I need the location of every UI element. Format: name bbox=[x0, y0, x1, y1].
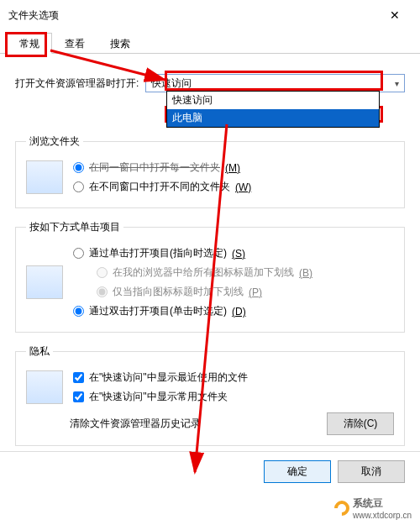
titlebar: 文件夹选项 ✕ bbox=[0, 0, 420, 30]
radio-same-window-key: (M) bbox=[225, 162, 240, 174]
check-recent-files[interactable]: 在"快速访问"中显示最近使用的文件 bbox=[73, 370, 248, 385]
radio-underline-hover-key: (P) bbox=[249, 286, 262, 298]
window-icon bbox=[26, 160, 63, 194]
radio-diff-window[interactable]: 在不同窗口中打开不同的文件夹(W) bbox=[73, 180, 251, 194]
dropdown-option-quick-access[interactable]: 快速访问 bbox=[167, 92, 379, 109]
tab-content: 打开文件资源管理器时打开: 快速访问 ▾ 快速访问 此电脑 浏览文件夹 在同一窗… bbox=[0, 54, 420, 446]
radio-diff-window-key: (W) bbox=[235, 181, 251, 193]
tab-general[interactable]: 常规 bbox=[7, 33, 52, 54]
radio-underline-all-key: (B) bbox=[299, 267, 312, 279]
check-frequent-folders[interactable]: 在"快速访问"中显示常用文件夹 bbox=[73, 390, 248, 404]
click-items-legend: 按如下方式单击项目 bbox=[26, 220, 123, 234]
radio-same-window-label: 在同一窗口中打开每一文件夹 bbox=[89, 160, 220, 175]
radio-single-click-input[interactable] bbox=[73, 248, 84, 259]
radio-underline-hover: 仅当指向图标标题时加下划线(P) bbox=[97, 285, 312, 299]
close-icon[interactable]: ✕ bbox=[378, 3, 412, 28]
browse-folders-legend: 浏览文件夹 bbox=[26, 134, 83, 149]
radio-underline-all-label: 在我的浏览器中给所有图标标题加下划线 bbox=[113, 265, 294, 280]
check-recent-files-input[interactable] bbox=[73, 372, 84, 383]
radio-double-click-key: (D) bbox=[232, 306, 246, 318]
radio-double-click-label: 通过双击打开项目(单击时选定) bbox=[89, 304, 227, 318]
tab-search[interactable]: 搜索 bbox=[97, 33, 143, 54]
clear-history-label: 清除文件资源管理器历史记录 bbox=[70, 417, 201, 431]
open-explorer-dropdown: 快速访问 此电脑 bbox=[166, 91, 380, 128]
cancel-button[interactable]: 取消 bbox=[338, 460, 405, 483]
radio-underline-hover-input bbox=[97, 286, 108, 297]
watermark-url: www.xtdcorp.cn bbox=[353, 511, 412, 520]
watermark: 系统豆 www.xtdcorp.cn bbox=[334, 496, 412, 520]
window-title: 文件夹选项 bbox=[8, 8, 378, 23]
browse-folders-group: 浏览文件夹 在同一窗口中打开每一文件夹(M) 在不同窗口中打开不同的文件夹(W) bbox=[15, 134, 405, 208]
combo-selected: 快速访问 bbox=[151, 76, 192, 91]
watermark-text: 系统豆 bbox=[353, 496, 412, 511]
dialog-buttons: 确定 取消 bbox=[0, 451, 420, 491]
open-explorer-label: 打开文件资源管理器时打开: bbox=[15, 76, 139, 91]
radio-underline-hover-label: 仅当指向图标标题时加下划线 bbox=[113, 285, 244, 299]
clear-button[interactable]: 清除(C) bbox=[327, 412, 394, 435]
radio-same-window-input[interactable] bbox=[73, 162, 84, 173]
radio-double-click[interactable]: 通过双击打开项目(单击时选定)(D) bbox=[73, 304, 312, 318]
privacy-legend: 隐私 bbox=[26, 344, 53, 359]
radio-single-click-label: 通过单击打开项目(指向时选定) bbox=[89, 246, 227, 260]
open-explorer-row: 打开文件资源管理器时打开: 快速访问 ▾ bbox=[15, 74, 405, 92]
radio-diff-window-label: 在不同窗口中打开不同的文件夹 bbox=[89, 180, 230, 194]
watermark-icon bbox=[331, 497, 352, 518]
tab-view[interactable]: 查看 bbox=[52, 33, 97, 54]
check-recent-files-label: 在"快速访问"中显示最近使用的文件 bbox=[89, 370, 248, 385]
clear-history-row: 清除文件资源管理器历史记录 清除(C) bbox=[26, 412, 394, 435]
radio-double-click-input[interactable] bbox=[73, 306, 84, 317]
chevron-down-icon: ▾ bbox=[395, 79, 399, 88]
tab-strip: 常规 查看 搜索 bbox=[0, 32, 420, 54]
cursor-icon bbox=[26, 265, 63, 299]
radio-diff-window-input[interactable] bbox=[73, 181, 84, 192]
privacy-group: 隐私 在"快速访问"中显示最近使用的文件 在"快速访问"中显示常用文件夹 清除文… bbox=[15, 344, 405, 446]
radio-underline-all-input bbox=[97, 267, 108, 278]
radio-single-click[interactable]: 通过单击打开项目(指向时选定)(S) bbox=[73, 246, 312, 260]
click-items-group: 按如下方式单击项目 通过单击打开项目(指向时选定)(S) 在我的浏览器中给所有图… bbox=[15, 220, 405, 333]
dropdown-option-this-pc[interactable]: 此电脑 bbox=[167, 109, 379, 127]
check-frequent-folders-label: 在"快速访问"中显示常用文件夹 bbox=[89, 390, 228, 404]
privacy-icon bbox=[26, 370, 63, 404]
radio-same-window[interactable]: 在同一窗口中打开每一文件夹(M) bbox=[73, 160, 251, 175]
radio-underline-all: 在我的浏览器中给所有图标标题加下划线(B) bbox=[97, 265, 312, 280]
radio-single-click-key: (S) bbox=[232, 248, 245, 260]
check-frequent-folders-input[interactable] bbox=[73, 391, 84, 402]
open-explorer-combo[interactable]: 快速访问 ▾ bbox=[145, 74, 405, 92]
folder-options-dialog: 文件夹选项 ✕ 常规 查看 搜索 打开文件资源管理器时打开: 快速访问 ▾ 快速… bbox=[0, 0, 420, 525]
ok-button[interactable]: 确定 bbox=[264, 460, 331, 483]
